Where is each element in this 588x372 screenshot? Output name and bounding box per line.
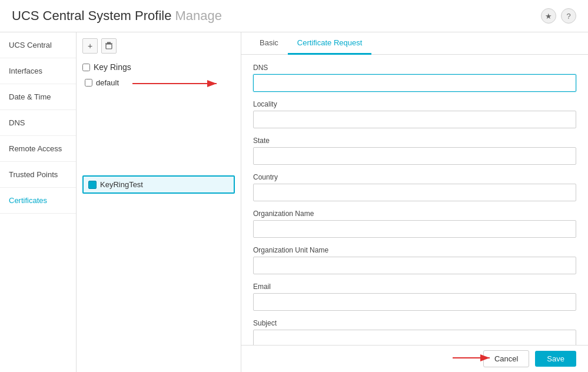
state-label: State: [253, 137, 576, 145]
form-group-subject: Subject: [253, 319, 576, 345]
form-group-state: State: [253, 137, 576, 165]
footer-bar: Cancel Save: [241, 345, 588, 372]
org-unit-input[interactable]: [253, 257, 576, 274]
sidebar-item-dns[interactable]: DNS: [0, 110, 76, 136]
help-button[interactable]: ?: [561, 8, 576, 24]
star-button[interactable]: ★: [541, 8, 556, 24]
default-checkbox[interactable]: [85, 79, 92, 87]
key-ring-test-label: KeyRingTest: [100, 180, 143, 189]
email-label: Email: [253, 283, 576, 291]
subject-input[interactable]: [253, 330, 576, 345]
state-input[interactable]: [253, 147, 576, 165]
key-rings-label: Key Rings: [94, 62, 131, 72]
center-toolbar: +: [82, 38, 235, 54]
right-panel: Basic Certificate Request DNS Locality S…: [241, 32, 588, 372]
header-icons: ★ ?: [541, 8, 576, 24]
key-rings-header: Key Rings: [82, 59, 235, 75]
subject-label: Subject: [253, 319, 576, 327]
center-panel: + Key Rings default: [77, 32, 241, 372]
subtitle-text: Manage: [175, 8, 222, 23]
arrow-indicator: [129, 78, 224, 89]
locality-label: Locality: [253, 100, 576, 108]
sidebar-item-interfaces[interactable]: Interfaces: [0, 58, 76, 84]
sidebar: UCS Central Interfaces Date & Time DNS R…: [0, 32, 77, 372]
delete-icon: [105, 42, 113, 50]
form-group-org-unit: Organization Unit Name: [253, 246, 576, 274]
form-group-dns: DNS: [253, 64, 576, 92]
form-group-org-name: Organization Name: [253, 210, 576, 238]
main-layout: UCS Central Interfaces Date & Time DNS R…: [0, 32, 588, 372]
sidebar-item-certificates[interactable]: Certificates: [0, 188, 76, 214]
org-name-label: Organization Name: [253, 210, 576, 218]
add-button[interactable]: +: [82, 38, 98, 54]
email-input[interactable]: [253, 293, 576, 311]
dns-input[interactable]: [253, 74, 576, 92]
tab-certificate-request[interactable]: Certificate Request: [288, 32, 372, 55]
svg-rect-0: [106, 44, 112, 49]
spacer: [82, 93, 235, 175]
org-unit-label: Organization Unit Name: [253, 246, 576, 254]
tabs-bar: Basic Certificate Request: [241, 32, 588, 55]
title-text: UCS Central System Profile: [12, 8, 171, 23]
sidebar-item-ucs-central[interactable]: UCS Central: [0, 32, 76, 58]
locality-input[interactable]: [253, 111, 576, 128]
key-ring-test-item[interactable]: KeyRingTest: [82, 175, 235, 194]
dns-label: DNS: [253, 64, 576, 72]
page-title: UCS Central System Profile Manage: [12, 8, 222, 24]
header: UCS Central System Profile Manage ★ ?: [0, 0, 588, 32]
form-area: DNS Locality State Country Organization …: [241, 55, 588, 345]
country-label: Country: [253, 173, 576, 181]
default-label: default: [96, 78, 119, 87]
key-rings-checkbox[interactable]: [82, 64, 90, 71]
cancel-arrow: [450, 352, 497, 364]
sidebar-item-date-time[interactable]: Date & Time: [0, 84, 76, 110]
org-name-input[interactable]: [253, 220, 576, 238]
country-input[interactable]: [253, 184, 576, 201]
form-group-locality: Locality: [253, 100, 576, 128]
form-group-country: Country: [253, 173, 576, 201]
tab-basic[interactable]: Basic: [250, 32, 288, 55]
key-ring-test-checkbox-indicator: [88, 181, 97, 189]
sidebar-item-trusted-points[interactable]: Trusted Points: [0, 162, 76, 188]
save-button[interactable]: Save: [535, 351, 576, 367]
default-item-container: default: [82, 75, 235, 93]
form-group-email: Email: [253, 283, 576, 311]
sidebar-item-remote-access[interactable]: Remote Access: [0, 136, 76, 162]
delete-button[interactable]: [101, 38, 117, 54]
